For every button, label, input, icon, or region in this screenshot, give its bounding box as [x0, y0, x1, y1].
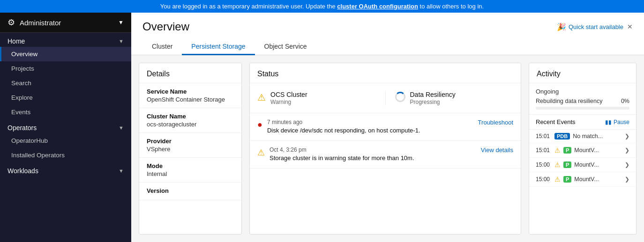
event-text-4: MountV... — [574, 176, 622, 183]
sidebar-item-operatorhub[interactable]: OperatorHub — [0, 133, 131, 148]
status-grid: ⚠ OCS Cluster Warning Data Resiliency Pr… — [250, 83, 521, 113]
sidebar-item-installed-operators[interactable]: Installed Operators — [0, 148, 131, 162]
sidebar-item-overview[interactable]: Overview — [0, 47, 131, 61]
sidebar-section-home[interactable]: Home ▼ — [0, 33, 131, 47]
tab-cluster[interactable]: Cluster — [142, 39, 182, 55]
pause-button[interactable]: ▮▮ Pause — [605, 119, 629, 125]
event-row-4[interactable]: 15:00 ⚠ P MountV... ❯ — [529, 172, 636, 187]
detail-mode: Mode Internal — [139, 158, 241, 183]
status-ocs-name: OCS Cluster — [270, 91, 307, 98]
sidebar-section-workloads-label: Workloads — [7, 167, 38, 175]
progress-bar-bg — [536, 107, 629, 110]
sidebar-home-chevron-icon: ▼ — [119, 38, 124, 44]
ongoing-section: Ongoing Rebuilding data resiliency 0% — [529, 83, 636, 115]
banner-text: You are logged in as a temporary adminis… — [160, 3, 337, 10]
detail-cluster-name-label: Cluster Name — [147, 113, 234, 120]
top-banner: You are logged in as a temporary adminis… — [0, 0, 644, 13]
event-badge-4: P — [563, 176, 571, 183]
pause-icon: ▮▮ — [605, 119, 612, 125]
event-warn-icon-4: ⚠ — [554, 176, 561, 183]
event-chevron-4: ❯ — [625, 176, 629, 183]
troubleshoot-button[interactable]: Troubleshoot — [478, 119, 513, 126]
page-title: Overview — [142, 20, 189, 33]
status-resiliency-sub: Progressing — [410, 99, 456, 105]
event-warn-icon-2: ⚠ — [554, 147, 561, 154]
alert-content-1: 7 minutes ago Disk device /dev/sdc not r… — [267, 119, 473, 135]
alert-row-2: ⚠ Oct 4, 3:26 pm Storage cluster is in w… — [250, 141, 521, 169]
status-data-resiliency: Data Resiliency Progressing — [385, 91, 514, 105]
content-area: Details Service Name OpenShift Container… — [131, 55, 644, 242]
event-chevron-3: ❯ — [625, 161, 629, 168]
event-badge-3: P — [563, 161, 571, 168]
sidebar: ⚙ Administrator ▼ Home ▼ Overview Projec… — [0, 13, 131, 242]
detail-version: Version — [139, 183, 241, 200]
rocket-icon: 🎉 — [557, 22, 566, 31]
admin-menu[interactable]: ⚙ Administrator ▼ — [0, 13, 131, 33]
sidebar-section-operators-label: Operators — [7, 124, 37, 132]
recent-events-header: Recent Events ▮▮ Pause — [529, 115, 636, 130]
event-time-3: 15:00 — [536, 161, 552, 168]
detail-service-name: Service Name OpenShift Container Storage — [139, 83, 241, 108]
ongoing-label: Ongoing — [536, 88, 629, 95]
status-resiliency-name: Data Resiliency — [410, 91, 456, 98]
detail-provider-value: VSphere — [147, 146, 234, 153]
event-chevron-1: ❯ — [625, 133, 629, 139]
sidebar-section-workloads[interactable]: Workloads ▼ — [0, 162, 131, 176]
event-text-1: No match... — [573, 133, 622, 139]
event-row-3[interactable]: 15:00 ⚠ P MountV... ❯ — [529, 158, 636, 172]
close-icon[interactable]: ✕ — [627, 23, 633, 30]
quick-start-button[interactable]: 🎉 Quick start available ✕ — [557, 22, 633, 31]
alert-content-2: Oct 4, 3:26 pm Storage cluster is in war… — [270, 147, 476, 162]
status-ocs-cluster: ⚠ OCS Cluster Warning — [257, 91, 376, 105]
warning-icon: ⚠ — [257, 92, 266, 103]
error-icon: ● — [257, 120, 262, 130]
rebuilding-label: Rebuilding data resiliency — [536, 98, 602, 104]
banner-text-after: to allow others to log in. — [418, 3, 484, 10]
event-badge-1: PDB — [554, 133, 570, 139]
event-time-4: 15:00 — [536, 176, 552, 183]
detail-cluster-name-value: ocs-storagecluster — [147, 121, 234, 128]
tab-object-service[interactable]: Object Service — [255, 39, 316, 55]
rebuilding-row: Rebuilding data resiliency 0% — [536, 98, 629, 104]
alert-message-2: Storage cluster is in warning state for … — [270, 154, 476, 162]
event-row-1[interactable]: 15:01 PDB No match... ❯ — [529, 130, 636, 143]
event-row-2[interactable]: 15:01 ⚠ P MountV... ❯ — [529, 143, 636, 158]
event-badge-2: P — [563, 147, 571, 154]
admin-label: Administrator — [20, 19, 61, 27]
event-warn-icon-3: ⚠ — [554, 161, 561, 169]
event-text-2: MountV... — [574, 147, 622, 154]
status-card: Status ⚠ OCS Cluster Warning Data Resili… — [249, 63, 521, 235]
event-time-2: 15:01 — [536, 147, 552, 154]
sidebar-section-home-label: Home — [7, 37, 25, 45]
admin-chevron-icon: ▼ — [118, 19, 124, 26]
tab-persistent-storage[interactable]: Persistent Storage — [182, 39, 255, 55]
banner-link[interactable]: cluster OAuth configuration — [337, 3, 418, 10]
warning-alert-icon: ⚠ — [257, 147, 265, 158]
sidebar-item-projects[interactable]: Projects — [0, 61, 131, 76]
alert-time-2: Oct 4, 3:26 pm — [270, 147, 476, 153]
detail-version-label: Version — [147, 187, 234, 194]
detail-service-name-label: Service Name — [147, 88, 234, 95]
pause-label: Pause — [614, 119, 629, 125]
details-card: Details Service Name OpenShift Container… — [139, 63, 242, 235]
alert-message-1: Disk device /dev/sdc not responding, on … — [267, 126, 473, 135]
detail-provider: Provider VSphere — [139, 133, 241, 158]
detail-cluster-name: Cluster Name ocs-storagecluster — [139, 108, 241, 133]
sidebar-operators-chevron-icon: ▼ — [119, 125, 124, 131]
sidebar-item-explore[interactable]: Explore — [0, 90, 131, 105]
rebuilding-pct: 0% — [621, 98, 629, 104]
sidebar-section-operators[interactable]: Operators ▼ — [0, 119, 131, 133]
sidebar-item-search[interactable]: Search — [0, 76, 131, 90]
sidebar-item-events[interactable]: Events — [0, 105, 131, 119]
status-title: Status — [250, 63, 521, 83]
activity-card: Activity Ongoing Rebuilding data resilie… — [529, 63, 637, 235]
view-details-button[interactable]: View details — [481, 147, 513, 154]
tabs: Cluster Persistent Storage Object Servic… — [142, 39, 633, 55]
detail-service-name-value: OpenShift Container Storage — [147, 96, 234, 103]
alert-time-1: 7 minutes ago — [267, 119, 473, 125]
details-title: Details — [139, 63, 241, 83]
spinning-icon — [395, 92, 405, 102]
event-chevron-2: ❯ — [625, 147, 629, 154]
event-time-1: 15:01 — [536, 133, 552, 139]
status-ocs-sub: Warning — [270, 99, 307, 105]
